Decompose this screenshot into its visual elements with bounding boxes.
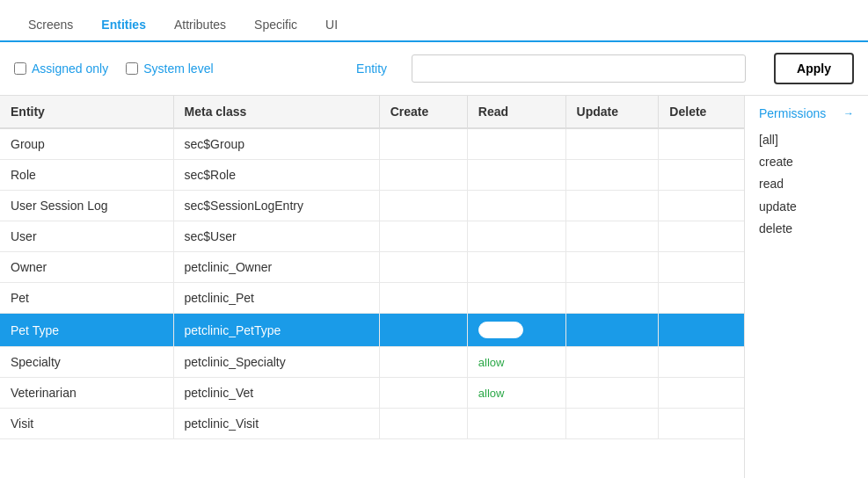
delete-perm	[659, 160, 744, 191]
create-perm	[379, 283, 467, 314]
delete-perm	[659, 409, 744, 439]
entity-name: User Session Log	[0, 191, 173, 221]
table-body: Groupsec$GroupRolesec$RoleUser Session L…	[0, 128, 744, 439]
meta-class: petclinic_Pet	[173, 283, 379, 314]
permission-item-create[interactable]: create	[759, 151, 854, 173]
nav-tab-entities[interactable]: Entities	[87, 9, 160, 42]
table-row[interactable]: Groupsec$Group	[0, 128, 744, 160]
apply-button[interactable]: Apply	[774, 53, 854, 84]
update-perm	[565, 252, 659, 283]
col-header-update: Update	[565, 96, 659, 128]
table-row[interactable]: Pet Typepetclinic_PetTypeallow	[0, 314, 744, 347]
table-row[interactable]: Visitpetclinic_Visit	[0, 409, 744, 439]
allow-text: allow	[478, 356, 505, 369]
permission-item-all[interactable]: [all]	[759, 129, 854, 151]
read-perm	[467, 252, 565, 283]
meta-class: petclinic_Vet	[173, 378, 379, 409]
col-header-delete: Delete	[659, 96, 744, 128]
allow-badge: allow	[478, 322, 524, 338]
update-perm	[565, 314, 659, 347]
entities-table: EntityMeta classCreateReadUpdateDelete G…	[0, 96, 744, 439]
nav-tab-screens[interactable]: Screens	[14, 9, 87, 42]
meta-class: petclinic_Owner	[173, 252, 379, 283]
main-content: EntityMeta classCreateReadUpdateDelete G…	[0, 96, 868, 478]
read-perm	[467, 191, 565, 221]
table-row[interactable]: Veterinarianpetclinic_Vetallow	[0, 378, 744, 409]
meta-class: petclinic_Visit	[173, 409, 379, 439]
assigned-only-checkbox-label[interactable]: Assigned only	[14, 62, 108, 76]
create-perm	[379, 378, 467, 409]
update-perm	[565, 283, 659, 314]
read-perm	[467, 221, 565, 252]
delete-perm	[659, 378, 744, 409]
delete-perm	[659, 191, 744, 221]
delete-perm	[659, 128, 744, 160]
update-perm	[565, 160, 659, 191]
allow-text: allow	[478, 387, 505, 400]
permissions-arrow-icon: →	[843, 107, 854, 120]
read-perm: allow	[467, 378, 565, 409]
delete-perm	[659, 252, 744, 283]
delete-perm	[659, 314, 744, 347]
table-row[interactable]: User Session Logsec$SessionLogEntry	[0, 191, 744, 221]
update-perm	[565, 378, 659, 409]
update-perm	[565, 221, 659, 252]
entity-name: Pet	[0, 283, 173, 314]
create-perm	[379, 409, 467, 439]
meta-class: sec$Role	[173, 160, 379, 191]
system-level-label: System level	[143, 62, 213, 76]
table-row[interactable]: Rolesec$Role	[0, 160, 744, 191]
permission-item-read[interactable]: read	[759, 173, 854, 195]
permissions-panel: Permissions → [all]createreadupdatedelet…	[745, 96, 868, 478]
col-header-read: Read	[467, 96, 565, 128]
entity-name: Role	[0, 160, 173, 191]
read-perm	[467, 160, 565, 191]
entity-name: Veterinarian	[0, 378, 173, 409]
read-perm: allow	[467, 314, 565, 347]
update-perm	[565, 128, 659, 160]
nav-tab-ui[interactable]: UI	[311, 9, 352, 42]
read-perm	[467, 128, 565, 160]
meta-class: sec$SessionLogEntry	[173, 191, 379, 221]
delete-perm	[659, 283, 744, 314]
permission-item-delete[interactable]: delete	[759, 218, 854, 240]
meta-class: sec$User	[173, 221, 379, 252]
entity-name: Owner	[0, 252, 173, 283]
col-header-meta-class: Meta class	[173, 96, 379, 128]
create-perm	[379, 314, 467, 347]
meta-class: petclinic_PetType	[173, 314, 379, 347]
create-perm	[379, 221, 467, 252]
system-level-checkbox[interactable]	[126, 62, 138, 75]
entity-filter-input[interactable]	[412, 54, 746, 83]
nav-tabs: ScreensEntitiesAttributesSpecificUI	[0, 0, 868, 42]
table-row[interactable]: Usersec$User	[0, 221, 744, 252]
meta-class: petclinic_Specialty	[173, 347, 379, 378]
assigned-only-label: Assigned only	[32, 62, 108, 76]
nav-tab-attributes[interactable]: Attributes	[160, 9, 240, 42]
create-perm	[379, 252, 467, 283]
permission-item-update[interactable]: update	[759, 196, 854, 218]
entity-name: Visit	[0, 409, 173, 439]
assigned-only-checkbox[interactable]	[14, 62, 26, 75]
system-level-checkbox-label[interactable]: System level	[126, 62, 213, 76]
permissions-items: [all]createreadupdatedelete	[759, 129, 854, 240]
entity-filter-label: Entity	[356, 62, 387, 76]
table-area: EntityMeta classCreateReadUpdateDelete G…	[0, 96, 745, 478]
create-perm	[379, 347, 467, 378]
entity-name: Pet Type	[0, 314, 173, 347]
permissions-label: Permissions	[759, 106, 826, 120]
read-perm	[467, 409, 565, 439]
table-row[interactable]: Specialtypetclinic_Specialtyallow	[0, 347, 744, 378]
nav-tab-specific[interactable]: Specific	[240, 9, 311, 42]
entity-name: Specialty	[0, 347, 173, 378]
update-perm	[565, 347, 659, 378]
read-perm: allow	[467, 347, 565, 378]
table-row[interactable]: Petpetclinic_Pet	[0, 283, 744, 314]
meta-class: sec$Group	[173, 128, 379, 160]
table-row[interactable]: Ownerpetclinic_Owner	[0, 252, 744, 283]
read-perm	[467, 283, 565, 314]
col-header-create: Create	[379, 96, 467, 128]
toolbar: Assigned only System level Entity Apply	[0, 42, 868, 96]
create-perm	[379, 128, 467, 160]
create-perm	[379, 191, 467, 221]
